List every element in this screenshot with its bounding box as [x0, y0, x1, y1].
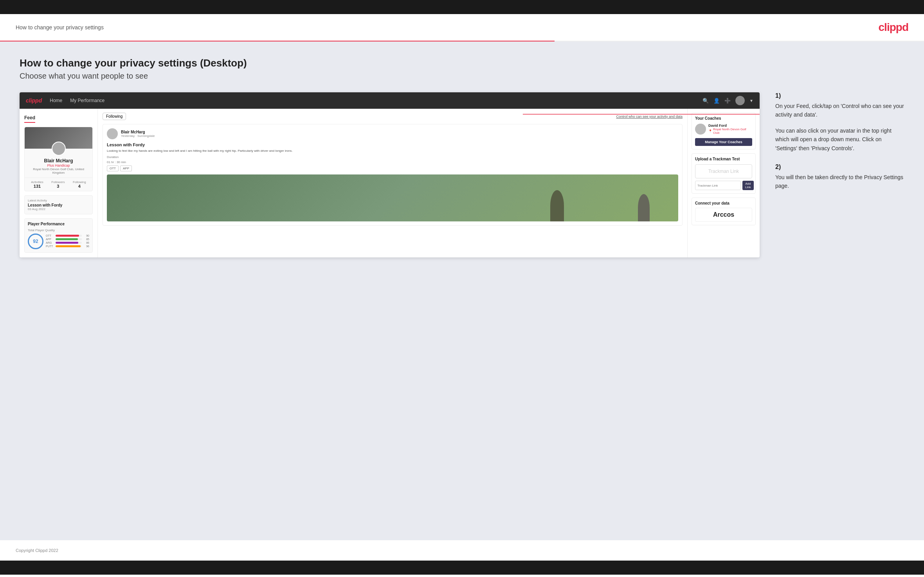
- manage-coaches-button[interactable]: Manage Your Coaches: [695, 138, 752, 146]
- nav-right: 🔍 👤 ➕ ▼: [702, 96, 753, 105]
- tpq-row: 92 OTT 90 APP: [28, 234, 89, 249]
- chevron-down-icon[interactable]: ▼: [749, 99, 753, 103]
- coach-item: David Ford 📍 Royal North Devon Golf Club: [695, 124, 752, 135]
- footer-copyright: Copyright Clippd 2022: [16, 548, 58, 553]
- trackman-placeholder: Trackman Link: [695, 164, 752, 178]
- stat-followers: Followers 3: [51, 180, 65, 189]
- golfer-figure-2: [638, 194, 650, 221]
- coach-club: 📍 Royal North Devon Golf Club: [708, 128, 752, 135]
- post-author-avatar: [107, 128, 118, 139]
- profile-banner: [25, 127, 92, 149]
- latest-activity: Latest Activity Lesson with Fordy 03 Aug…: [24, 195, 93, 214]
- header: How to change your privacy settings clip…: [0, 14, 924, 41]
- post-header: Blair McHarg Yesterday · Sunningdale: [107, 128, 678, 139]
- bar-app: APP 85: [46, 238, 89, 241]
- feed-tab[interactable]: Feed: [24, 113, 35, 123]
- profile-tier: Plus Handicap: [28, 164, 89, 167]
- bar-putt: PUTT 96: [46, 245, 89, 248]
- main-content: How to change your privacy settings (Des…: [0, 41, 924, 540]
- app-screenshot-wrapper: clippd Home My Performance 🔍 👤 ➕ ▼: [20, 92, 760, 257]
- bar-arg: ARG 86: [46, 241, 89, 244]
- tag-ott: OTT: [107, 165, 119, 171]
- control-privacy-link[interactable]: Control who can see your activity and da…: [616, 115, 683, 119]
- arccos-logo: Arccos: [695, 208, 752, 222]
- instruction-step2: 2) You will then be taken directly to th…: [775, 164, 904, 191]
- coach-info: David Ford 📍 Royal North Devon Golf Club: [708, 124, 752, 135]
- profile-stats: Activities 131 Followers 3 Following 4: [25, 178, 92, 191]
- profile-avatar: [52, 142, 66, 156]
- feed-post: Blair McHarg Yesterday · Sunningdale Les…: [103, 124, 683, 226]
- instructions-panel: 1) On your Feed, click/tap on 'Control w…: [771, 92, 904, 201]
- top-bar: [0, 0, 924, 14]
- app-nav: clippd Home My Performance 🔍 👤 ➕ ▼: [20, 92, 760, 109]
- post-meta: Yesterday · Sunningdale: [121, 134, 155, 138]
- post-tags: OTT APP: [107, 165, 678, 171]
- post-author-info: Blair McHarg Yesterday · Sunningdale: [121, 130, 155, 138]
- add-link-button[interactable]: Add Link: [742, 181, 754, 190]
- post-description: Looking to feel like my hands are exitin…: [107, 149, 678, 153]
- nav-my-performance[interactable]: My Performance: [70, 98, 104, 103]
- coach-name: David Ford: [708, 124, 752, 128]
- person-icon[interactable]: 👤: [713, 98, 720, 104]
- app-sidebar: Feed Blair McHarg Plus Handicap Royal No…: [20, 109, 98, 257]
- feed-header: Following Control who can see your activ…: [103, 113, 683, 120]
- clippd-logo: clippd: [879, 21, 908, 34]
- nav-home[interactable]: Home: [50, 98, 62, 103]
- profile-card: Blair McHarg Plus Handicap Royal North D…: [24, 127, 93, 191]
- trackman-panel: Upload a Trackman Test Trackman Link Add…: [692, 153, 756, 194]
- profile-club: Royal North Devon Golf Club, United King…: [28, 167, 89, 174]
- coaches-panel: Your Coaches David Ford 📍 Royal North De…: [692, 113, 756, 149]
- post-image: [107, 174, 678, 221]
- app-logo: clippd: [26, 97, 42, 104]
- stat-activities: Activities 131: [31, 180, 43, 189]
- following-button[interactable]: Following: [103, 113, 126, 120]
- page-subheading: Choose what you want people to see: [20, 72, 904, 81]
- browser-tab-title: How to change your privacy settings: [16, 24, 104, 31]
- trackman-input-row: Add Link: [695, 181, 752, 190]
- nav-avatar[interactable]: [735, 96, 745, 105]
- app-right-panel: Your Coaches David Ford 📍 Royal North De…: [687, 109, 760, 257]
- coach-avatar: [695, 124, 706, 135]
- player-performance: Player Performance Total Player Quality …: [24, 218, 93, 253]
- post-duration-label: Duration: [107, 155, 678, 159]
- instruction-step1: 1) On your Feed, click/tap on 'Control w…: [775, 92, 904, 153]
- tpq-bars: OTT 90 APP 85: [46, 234, 89, 248]
- page-heading: How to change your privacy settings (Des…: [20, 57, 904, 69]
- app-feed: Following Control who can see your activ…: [98, 109, 687, 257]
- add-icon[interactable]: ➕: [724, 98, 731, 104]
- content-row: clippd Home My Performance 🔍 👤 ➕ ▼: [20, 92, 904, 257]
- search-icon[interactable]: 🔍: [702, 98, 709, 104]
- step1-number: 1): [775, 92, 904, 99]
- pin-icon: 📍: [708, 129, 712, 133]
- profile-name: Blair McHarg: [28, 158, 89, 164]
- step1-extra: You can also click on your avatar in the…: [775, 126, 904, 153]
- connect-title: Connect your data: [695, 201, 752, 205]
- tpq-circle: 92: [28, 234, 43, 249]
- post-author-name: Blair McHarg: [121, 130, 155, 134]
- trackman-title: Upload a Trackman Test: [695, 157, 752, 161]
- bar-ott: OTT 90: [46, 234, 89, 237]
- app-screenshot: clippd Home My Performance 🔍 👤 ➕ ▼: [20, 92, 760, 257]
- connect-panel: Connect your data Arccos: [692, 198, 756, 225]
- stat-following: Following 4: [73, 180, 86, 189]
- golfer-figure-1: [550, 190, 564, 221]
- step1-text: On your Feed, click/tap on 'Control who …: [775, 102, 904, 119]
- step2-number: 2): [775, 164, 904, 171]
- coaches-title: Your Coaches: [695, 116, 752, 120]
- step2-text: You will then be taken directly to the P…: [775, 173, 904, 191]
- post-title: Lesson with Fordy: [107, 142, 678, 147]
- tag-app: APP: [120, 165, 132, 171]
- app-body: Feed Blair McHarg Plus Handicap Royal No…: [20, 109, 760, 257]
- bottom-bar: [0, 561, 924, 575]
- footer: Copyright Clippd 2022: [0, 540, 924, 561]
- trackman-link-input[interactable]: [695, 181, 741, 190]
- post-duration-value: 01 hr : 30 min: [107, 160, 678, 164]
